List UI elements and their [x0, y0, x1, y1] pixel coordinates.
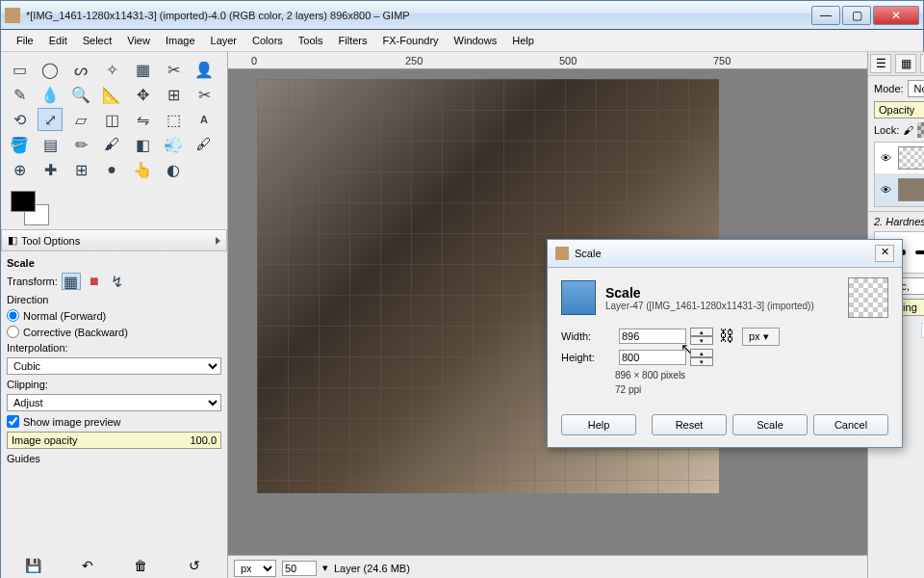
visibility-icon[interactable]: 👁	[879, 152, 892, 164]
show-preview-label: Show image preview	[23, 416, 121, 428]
image-opacity-slider[interactable]: Image opacity 100.0	[7, 432, 221, 449]
brush-tool[interactable]: 🖌	[99, 133, 124, 156]
height-up[interactable]: ▴	[690, 349, 713, 357]
blend-tool[interactable]: ▤	[38, 133, 63, 156]
scissors-tool[interactable]: ✂	[161, 58, 186, 81]
reset-options-icon[interactable]: ↺	[186, 557, 203, 574]
color-swatches[interactable]	[11, 191, 49, 225]
measure-tool[interactable]: 📐	[99, 83, 124, 106]
menu-help[interactable]: Help	[504, 32, 542, 49]
shear-tool[interactable]: ▱	[68, 108, 93, 131]
menu-fxfoundry[interactable]: FX-Foundry	[374, 32, 446, 49]
zoom-dropdown-icon[interactable]: ▾	[322, 562, 328, 574]
tool-options-header[interactable]: ◧Tool Options	[1, 229, 227, 251]
maximize-button[interactable]: ▢	[842, 6, 871, 25]
perspective-clone-tool[interactable]: ⊞	[68, 158, 93, 181]
menu-colors[interactable]: Colors	[244, 32, 291, 49]
menu-tools[interactable]: Tools	[291, 32, 331, 49]
help-button[interactable]: Help	[561, 414, 636, 435]
restore-options-icon[interactable]: ↶	[79, 557, 96, 574]
width-input[interactable]	[619, 328, 686, 344]
dodge-tool[interactable]: ◐	[161, 158, 186, 181]
foreground-select-tool[interactable]: 👤	[192, 58, 217, 81]
color-select-tool[interactable]: ▦	[130, 58, 155, 81]
save-options-icon[interactable]: 💾	[25, 557, 42, 574]
rotate-tool[interactable]: ⟲	[7, 108, 32, 131]
eyedropper-tool[interactable]: 💧	[38, 83, 63, 106]
channels-tab[interactable]: ▦	[895, 54, 916, 73]
eraser-tool[interactable]: ◧	[130, 133, 155, 156]
close-button[interactable]: ✕	[873, 6, 919, 25]
new-brush-icon[interactable]: 📄	[919, 322, 925, 339]
wand-tool[interactable]: ✧	[99, 58, 124, 81]
height-down[interactable]: ▾	[690, 357, 713, 366]
pencil-tool[interactable]: ✏	[68, 133, 93, 156]
heal-tool[interactable]: ✚	[38, 158, 63, 181]
zoom-tool[interactable]: 🔍	[68, 83, 93, 106]
airbrush-tool[interactable]: 💨	[161, 133, 186, 156]
text-tool[interactable]: A	[192, 108, 217, 131]
visibility-icon[interactable]: 👁	[879, 184, 892, 196]
minimize-button[interactable]: —	[811, 6, 840, 25]
dialog-close-button[interactable]: ✕	[875, 245, 894, 262]
reset-button[interactable]: Reset	[652, 414, 727, 435]
width-down[interactable]: ▾	[690, 336, 713, 345]
menu-select[interactable]: Select	[75, 32, 120, 49]
mode-select[interactable]: Normal	[908, 80, 924, 97]
layers-tab[interactable]: ☰	[870, 54, 891, 73]
menu-edit[interactable]: Edit	[41, 32, 75, 49]
scale-button[interactable]: Scale	[732, 414, 808, 435]
cancel-button[interactable]: Cancel	[813, 414, 888, 435]
scale-tool[interactable]: ⤢	[38, 108, 63, 131]
smudge-tool[interactable]: 👆	[130, 158, 155, 181]
titlebar: *[IMG_1461-1280x11431-3] (imported)-4.0 …	[1, 1, 923, 30]
ellipse-select-tool[interactable]: ◯	[38, 58, 63, 81]
rect-select-tool[interactable]: ▭	[7, 58, 32, 81]
menu-windows[interactable]: Windows	[447, 32, 505, 49]
dialog-titlebar[interactable]: Scale ✕	[548, 240, 902, 268]
crop-tool[interactable]: ✂	[192, 83, 217, 106]
paths-tool[interactable]: ✎	[7, 83, 32, 106]
unit-dropdown[interactable]: px ▾	[742, 328, 780, 346]
blur-tool[interactable]: ●	[99, 158, 124, 181]
transform-path-icon[interactable]: ↯	[108, 273, 127, 290]
layer-list[interactable]: 👁 Layer 👁 IMG_1461-1280	[874, 142, 924, 207]
lasso-tool[interactable]: ᔕ	[68, 58, 93, 81]
transform-layer-icon[interactable]: ▦	[62, 273, 81, 290]
chain-link-icon[interactable]: ⛓	[719, 328, 734, 345]
flip-tool[interactable]: ⇋	[130, 108, 155, 131]
width-up[interactable]: ▴	[690, 328, 713, 336]
menu-layer[interactable]: Layer	[203, 32, 245, 49]
direction-corrective-radio[interactable]	[7, 326, 19, 338]
layer-opacity-slider[interactable]: Opacity 19.8	[874, 101, 924, 118]
menu-image[interactable]: Image	[158, 32, 203, 49]
bucket-tool[interactable]: 🪣	[7, 133, 32, 156]
height-input[interactable]	[619, 350, 686, 365]
lock-alpha-icon[interactable]	[917, 122, 924, 138]
unit-select[interactable]: px	[234, 560, 276, 577]
interpolation-select[interactable]: Cubic	[7, 357, 221, 375]
paths-tab[interactable]: ↯	[920, 54, 924, 73]
clone-tool[interactable]: ⊕	[7, 158, 32, 181]
perspective-tool[interactable]: ◫	[99, 108, 124, 131]
layer-row[interactable]: 👁 Layer	[875, 143, 924, 174]
ink-tool[interactable]: 🖋	[192, 133, 217, 156]
move-tool[interactable]: ✥	[130, 83, 155, 106]
menu-view[interactable]: View	[119, 32, 158, 49]
menu-file[interactable]: File	[9, 32, 41, 49]
delete-options-icon[interactable]: 🗑	[132, 557, 149, 574]
clipping-select[interactable]: Adjust	[7, 394, 221, 411]
resolution-info: 72 ppi	[615, 384, 888, 395]
transform-selection-icon[interactable]: ■	[85, 273, 104, 290]
align-tool[interactable]: ⊞	[161, 83, 186, 106]
cage-tool[interactable]: ⬚	[161, 108, 186, 131]
show-preview-checkbox[interactable]	[7, 415, 19, 428]
zoom-field[interactable]	[282, 561, 317, 576]
status-bar: px ▾ Layer (24.6 MB)	[228, 555, 867, 578]
menu-filters[interactable]: Filters	[331, 32, 375, 49]
foreground-color[interactable]	[11, 191, 36, 212]
lock-pixels-icon[interactable]: 🖌	[903, 124, 913, 136]
panel-menu-icon[interactable]	[216, 237, 220, 245]
layer-row[interactable]: 👁 IMG_1461-1280	[875, 174, 924, 206]
direction-normal-radio[interactable]	[7, 309, 19, 322]
